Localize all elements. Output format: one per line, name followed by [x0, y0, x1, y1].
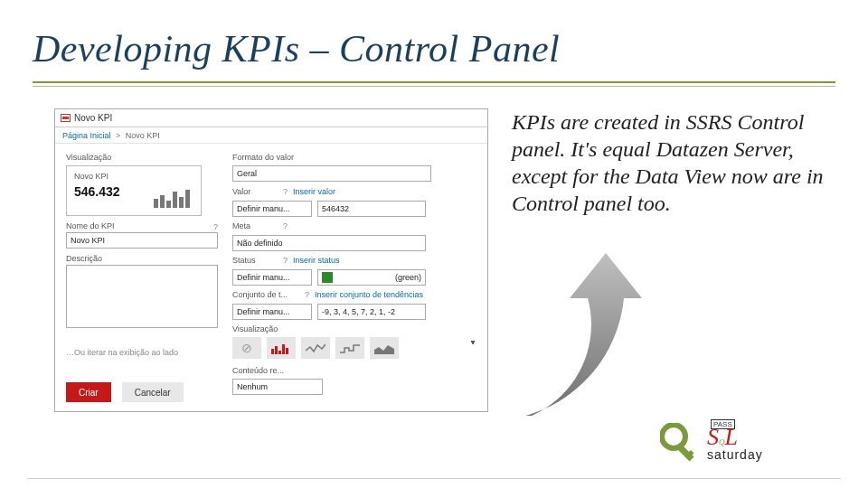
viz-line[interactable]	[301, 337, 330, 359]
window-titlebar: Novo KPI	[55, 109, 487, 127]
breadcrumb-current: Novo KPI	[126, 131, 160, 140]
curved-arrow-icon	[416, 226, 651, 416]
insert-trendset-link[interactable]: Inserir conjunto de tendências	[315, 290, 423, 299]
goal-label: Meta	[232, 221, 278, 230]
preview-name: Novo KPI	[74, 172, 120, 181]
svg-rect-1	[160, 195, 165, 208]
breadcrumb-sep: >	[116, 131, 120, 140]
sql-saturday-logo: PASS SQL saturday	[660, 416, 841, 470]
status-label: Status	[232, 256, 278, 265]
description-label: Descrição	[66, 254, 218, 263]
status-value-input[interactable]: (green)	[317, 269, 426, 286]
value-number-input[interactable]: 546432	[317, 201, 426, 217]
viz-area[interactable]	[370, 337, 399, 359]
window-title-text: Novo KPI	[74, 109, 112, 127]
svg-marker-11	[374, 345, 394, 354]
breadcrumb: Página Inicial > Novo KPI	[55, 127, 487, 144]
value-format-select[interactable]: Geral▾	[232, 165, 431, 182]
preview-value: 546.432	[74, 184, 120, 199]
pass-badge: PASS	[711, 419, 735, 429]
slide-title: Developing KPIs – Control Panel	[33, 27, 560, 70]
insert-status-link[interactable]: Inserir status	[293, 256, 340, 265]
help-icon[interactable]: ?	[305, 290, 309, 299]
trendset-mode-select[interactable]: Definir manu...▾	[232, 304, 312, 320]
kpi-name-input[interactable]: Novo KPI	[66, 232, 218, 249]
preview-sparkline-icon	[154, 188, 193, 210]
value-format-label: Formato do valor	[232, 153, 476, 162]
help-icon[interactable]: ?	[283, 221, 288, 230]
svg-rect-5	[185, 190, 190, 208]
help-icon[interactable]: ?	[283, 187, 288, 196]
viz-none[interactable]: ⊘	[232, 337, 261, 359]
kpi-icon	[61, 114, 71, 122]
help-icon[interactable]: ?	[213, 222, 218, 231]
svg-rect-9	[282, 344, 285, 354]
svg-rect-6	[271, 349, 274, 354]
svg-rect-7	[275, 346, 278, 354]
goal-select[interactable]: Não definido▾	[232, 235, 426, 251]
green-swatch-icon	[322, 272, 333, 283]
viz-step[interactable]	[335, 337, 364, 359]
kpi-preview-tile: Novo KPI 546.432	[66, 165, 202, 216]
breadcrumb-home[interactable]: Página Inicial	[62, 131, 111, 140]
title-rule-2	[33, 86, 835, 87]
kpi-name-label: Nome do KPI	[66, 221, 210, 230]
status-mode-select[interactable]: Definir manu...▾	[232, 269, 312, 286]
value-label: Valor	[232, 187, 278, 196]
insert-value-link[interactable]: Inserir valor	[293, 187, 335, 196]
svg-rect-3	[173, 192, 177, 208]
key-icon	[660, 423, 702, 463]
logo-saturday: saturday	[707, 447, 763, 462]
create-button[interactable]: Criar	[66, 382, 111, 402]
value-mode-select[interactable]: Definir manu...▾	[232, 201, 312, 217]
svg-rect-4	[179, 197, 184, 208]
title-rule-1	[33, 81, 835, 83]
trendset-values-input[interactable]: -9, 3, 4, 5, 7, 2, 1, -2	[317, 304, 426, 320]
cancel-button[interactable]: Cancelar	[122, 382, 184, 402]
svg-rect-0	[154, 199, 158, 208]
description-textarea[interactable]	[66, 265, 218, 328]
trendset-label: Conjunto de t...	[232, 290, 299, 299]
svg-rect-10	[286, 348, 288, 354]
side-hint: …Ou iterar na exibição ao lado	[66, 348, 218, 357]
viz-bars[interactable]	[267, 337, 296, 359]
svg-rect-8	[278, 351, 281, 354]
svg-rect-2	[166, 201, 171, 208]
body-text: KPIs are created in SSRS Control panel. …	[512, 108, 837, 217]
visualization-label: Visualização	[66, 153, 218, 162]
footer-rule	[27, 478, 841, 479]
help-icon[interactable]: ?	[283, 256, 288, 265]
block-icon: ⊘	[241, 341, 252, 355]
related-content-select[interactable]: Nenhum▾	[232, 379, 323, 395]
